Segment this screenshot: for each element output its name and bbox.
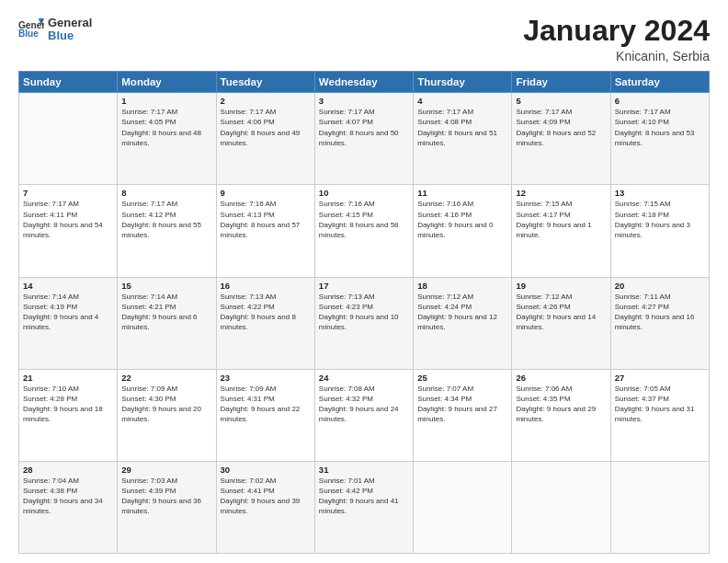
day-info: Sunrise: 7:12 AMSunset: 4:26 PMDaylight:… bbox=[516, 292, 606, 333]
table-row: 8Sunrise: 7:17 AMSunset: 4:12 PMDaylight… bbox=[118, 185, 216, 277]
table-row: 28Sunrise: 7:04 AMSunset: 4:38 PMDayligh… bbox=[19, 461, 118, 553]
table-row: 27Sunrise: 7:05 AMSunset: 4:37 PMDayligh… bbox=[610, 369, 709, 461]
day-number: 31 bbox=[319, 465, 409, 475]
day-info: Sunrise: 7:17 AMSunset: 4:10 PMDaylight:… bbox=[615, 107, 705, 148]
day-info: Sunrise: 7:16 AMSunset: 4:16 PMDaylight:… bbox=[417, 199, 507, 240]
calendar-week-row: 1Sunrise: 7:17 AMSunset: 4:05 PMDaylight… bbox=[19, 93, 710, 185]
day-number: 16 bbox=[221, 281, 311, 291]
table-row: 3Sunrise: 7:17 AMSunset: 4:07 PMDaylight… bbox=[314, 93, 413, 185]
day-number: 12 bbox=[516, 188, 606, 198]
day-info: Sunrise: 7:15 AMSunset: 4:18 PMDaylight:… bbox=[615, 199, 705, 240]
day-number: 17 bbox=[319, 281, 409, 291]
day-number: 10 bbox=[319, 188, 409, 198]
weekday-header-row: Sunday Monday Tuesday Wednesday Thursday… bbox=[19, 72, 710, 93]
day-info: Sunrise: 7:11 AMSunset: 4:27 PMDaylight:… bbox=[615, 292, 705, 333]
table-row bbox=[414, 461, 512, 553]
table-row: 14Sunrise: 7:14 AMSunset: 4:19 PMDayligh… bbox=[19, 277, 118, 369]
header-wednesday: Wednesday bbox=[314, 72, 413, 93]
day-number: 27 bbox=[615, 373, 705, 383]
table-row: 5Sunrise: 7:17 AMSunset: 4:09 PMDaylight… bbox=[512, 93, 610, 185]
table-row: 31Sunrise: 7:01 AMSunset: 4:42 PMDayligh… bbox=[314, 461, 413, 553]
table-row: 12Sunrise: 7:15 AMSunset: 4:17 PMDayligh… bbox=[512, 185, 610, 277]
day-number: 20 bbox=[615, 281, 705, 291]
table-row: 16Sunrise: 7:13 AMSunset: 4:22 PMDayligh… bbox=[216, 277, 314, 369]
day-info: Sunrise: 7:07 AMSunset: 4:34 PMDaylight:… bbox=[417, 384, 507, 425]
day-info: Sunrise: 7:10 AMSunset: 4:28 PMDaylight:… bbox=[23, 384, 113, 425]
table-row: 11Sunrise: 7:16 AMSunset: 4:16 PMDayligh… bbox=[414, 185, 512, 277]
table-row: 7Sunrise: 7:17 AMSunset: 4:11 PMDaylight… bbox=[19, 185, 118, 277]
day-number: 29 bbox=[121, 465, 211, 475]
table-row: 1Sunrise: 7:17 AMSunset: 4:05 PMDaylight… bbox=[118, 93, 216, 185]
table-row: 17Sunrise: 7:13 AMSunset: 4:23 PMDayligh… bbox=[314, 277, 413, 369]
table-row: 2Sunrise: 7:17 AMSunset: 4:06 PMDaylight… bbox=[216, 93, 314, 185]
header-monday: Monday bbox=[118, 72, 216, 93]
table-row: 29Sunrise: 7:03 AMSunset: 4:39 PMDayligh… bbox=[118, 461, 216, 553]
table-row: 13Sunrise: 7:15 AMSunset: 4:18 PMDayligh… bbox=[610, 185, 709, 277]
day-info: Sunrise: 7:12 AMSunset: 4:24 PMDaylight:… bbox=[417, 292, 507, 333]
table-row: 4Sunrise: 7:17 AMSunset: 4:08 PMDaylight… bbox=[414, 93, 512, 185]
table-row: 21Sunrise: 7:10 AMSunset: 4:28 PMDayligh… bbox=[19, 369, 118, 461]
month-title: January 2024 bbox=[523, 15, 710, 47]
table-row bbox=[610, 461, 709, 553]
day-info: Sunrise: 7:05 AMSunset: 4:37 PMDaylight:… bbox=[615, 384, 705, 425]
day-number: 2 bbox=[221, 96, 311, 106]
day-info: Sunrise: 7:17 AMSunset: 4:06 PMDaylight:… bbox=[221, 107, 311, 148]
table-row: 25Sunrise: 7:07 AMSunset: 4:34 PMDayligh… bbox=[414, 369, 512, 461]
day-info: Sunrise: 7:02 AMSunset: 4:41 PMDaylight:… bbox=[221, 476, 311, 517]
day-info: Sunrise: 7:04 AMSunset: 4:38 PMDaylight:… bbox=[23, 476, 113, 517]
header-sunday: Sunday bbox=[19, 72, 118, 93]
day-info: Sunrise: 7:09 AMSunset: 4:30 PMDaylight:… bbox=[121, 384, 211, 425]
table-row: 23Sunrise: 7:09 AMSunset: 4:31 PMDayligh… bbox=[216, 369, 314, 461]
day-number: 1 bbox=[121, 96, 211, 106]
day-number: 14 bbox=[23, 281, 113, 291]
day-number: 4 bbox=[417, 96, 507, 106]
day-info: Sunrise: 7:15 AMSunset: 4:17 PMDaylight:… bbox=[516, 199, 606, 240]
day-number: 28 bbox=[23, 465, 113, 475]
table-row: 26Sunrise: 7:06 AMSunset: 4:35 PMDayligh… bbox=[512, 369, 610, 461]
table-row: 10Sunrise: 7:16 AMSunset: 4:15 PMDayligh… bbox=[314, 185, 413, 277]
day-info: Sunrise: 7:09 AMSunset: 4:31 PMDaylight:… bbox=[221, 384, 311, 425]
day-info: Sunrise: 7:17 AMSunset: 4:05 PMDaylight:… bbox=[121, 107, 211, 148]
logo-blue: Blue bbox=[48, 29, 92, 42]
day-info: Sunrise: 7:16 AMSunset: 4:15 PMDaylight:… bbox=[319, 199, 409, 240]
table-row bbox=[512, 461, 610, 553]
calendar-week-row: 14Sunrise: 7:14 AMSunset: 4:19 PMDayligh… bbox=[19, 277, 710, 369]
day-info: Sunrise: 7:03 AMSunset: 4:39 PMDaylight:… bbox=[121, 476, 211, 517]
day-number: 19 bbox=[516, 281, 606, 291]
day-number: 13 bbox=[615, 188, 705, 198]
day-info: Sunrise: 7:17 AMSunset: 4:07 PMDaylight:… bbox=[319, 107, 409, 148]
day-number: 8 bbox=[121, 188, 211, 198]
calendar-week-row: 7Sunrise: 7:17 AMSunset: 4:11 PMDaylight… bbox=[19, 185, 710, 277]
logo: General Blue General Blue bbox=[18, 15, 92, 43]
logo-icon: General Blue bbox=[18, 16, 44, 41]
header-saturday: Saturday bbox=[610, 72, 709, 93]
table-row: 24Sunrise: 7:08 AMSunset: 4:32 PMDayligh… bbox=[314, 369, 413, 461]
day-info: Sunrise: 7:13 AMSunset: 4:23 PMDaylight:… bbox=[319, 292, 409, 333]
table-row: 15Sunrise: 7:14 AMSunset: 4:21 PMDayligh… bbox=[118, 277, 216, 369]
day-number: 11 bbox=[417, 188, 507, 198]
day-number: 5 bbox=[516, 96, 606, 106]
header: General Blue General Blue January 2024 K… bbox=[18, 15, 710, 63]
calendar-week-row: 21Sunrise: 7:10 AMSunset: 4:28 PMDayligh… bbox=[19, 369, 710, 461]
day-info: Sunrise: 7:14 AMSunset: 4:21 PMDaylight:… bbox=[121, 292, 211, 333]
page: General Blue General Blue January 2024 K… bbox=[0, 0, 728, 563]
title-area: January 2024 Knicanin, Serbia bbox=[523, 15, 710, 63]
day-number: 6 bbox=[615, 96, 705, 106]
day-number: 15 bbox=[121, 281, 211, 291]
table-row bbox=[19, 93, 118, 185]
day-number: 21 bbox=[23, 373, 113, 383]
day-info: Sunrise: 7:17 AMSunset: 4:09 PMDaylight:… bbox=[516, 107, 606, 148]
header-tuesday: Tuesday bbox=[216, 72, 314, 93]
calendar-week-row: 28Sunrise: 7:04 AMSunset: 4:38 PMDayligh… bbox=[19, 461, 710, 553]
calendar-table: Sunday Monday Tuesday Wednesday Thursday… bbox=[18, 71, 710, 554]
day-number: 18 bbox=[417, 281, 507, 291]
day-number: 26 bbox=[516, 373, 606, 383]
day-number: 3 bbox=[319, 96, 409, 106]
day-number: 9 bbox=[221, 188, 311, 198]
logo-general: General bbox=[48, 17, 92, 29]
header-thursday: Thursday bbox=[414, 72, 512, 93]
day-info: Sunrise: 7:17 AMSunset: 4:11 PMDaylight:… bbox=[23, 199, 113, 240]
day-number: 22 bbox=[121, 373, 211, 383]
day-number: 25 bbox=[417, 373, 507, 383]
table-row: 22Sunrise: 7:09 AMSunset: 4:30 PMDayligh… bbox=[118, 369, 216, 461]
